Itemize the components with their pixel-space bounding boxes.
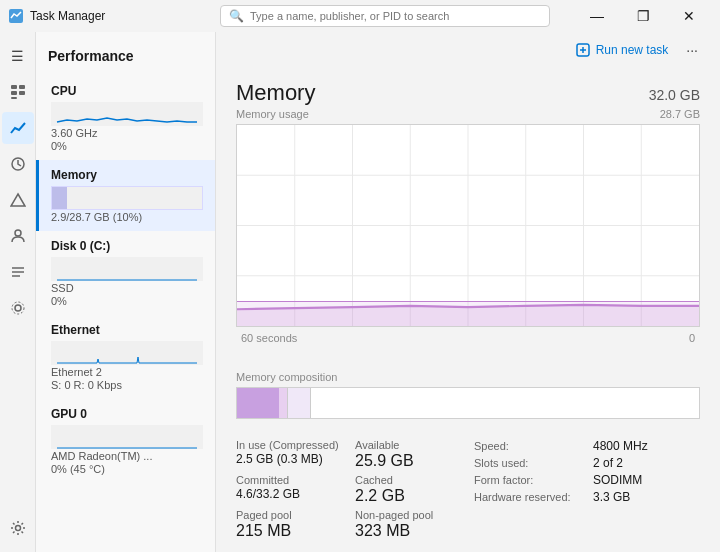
gpu-graph (51, 425, 203, 449)
run-task-icon (576, 43, 590, 57)
svg-rect-3 (11, 91, 17, 95)
ethernet-sub1: Ethernet 2 (51, 366, 203, 378)
stat-committed: Committed 4.6/33.2 GB (236, 474, 343, 505)
cached-value: 2.2 GB (355, 487, 462, 505)
svg-point-12 (15, 305, 21, 311)
sidebar-item-memory[interactable]: Memory 2.9/28.7 GB (10%) (36, 160, 215, 231)
svg-rect-29 (237, 301, 699, 326)
slots-label: Slots used: (474, 457, 528, 469)
nav-history[interactable] (2, 148, 34, 180)
more-options-button[interactable]: ··· (680, 40, 704, 60)
close-button[interactable]: ✕ (666, 0, 712, 32)
sidebar-item-cpu[interactable]: CPU 3.60 GHz 0% (36, 76, 215, 160)
svg-point-13 (12, 302, 24, 314)
main-layout: ☰ Performance CPU (0, 32, 720, 552)
run-new-task-button[interactable]: Run new task (576, 43, 669, 57)
search-icon: 🔍 (229, 9, 244, 23)
cpu-usage: 0% (51, 140, 203, 152)
comp-free (311, 388, 699, 418)
svg-rect-5 (11, 97, 17, 99)
nav-startup[interactable] (2, 184, 34, 216)
svg-rect-1 (11, 85, 17, 89)
memory-chart: 60 seconds 0 (236, 124, 700, 327)
memory-chart-svg (237, 125, 699, 326)
cached-label: Cached (355, 474, 462, 486)
stat-available: Available 25.9 GB (355, 439, 462, 470)
nav-processes[interactable] (2, 76, 34, 108)
committed-label: Committed (236, 474, 343, 486)
chart-time-right: 0 (689, 332, 695, 344)
comp-standby (288, 388, 311, 418)
form-label: Form factor: (474, 474, 533, 486)
minimize-button[interactable]: — (574, 0, 620, 32)
memory-panel: Memory 32.0 GB Memory usage 28.7 GB (216, 68, 720, 552)
in-use-value: 2.5 GB (0.3 MB) (236, 452, 343, 466)
svg-rect-4 (19, 91, 25, 95)
stats-grid: In use (Compressed) 2.5 GB (0.3 MB) Avai… (236, 431, 700, 540)
memory-sub: 2.9/28.7 GB (10%) (51, 211, 203, 223)
stat-speed-group: Speed: Slots used: Form factor: Hardware… (474, 439, 581, 540)
available-value: 25.9 GB (355, 452, 462, 470)
chart-time-left: 60 seconds (241, 332, 297, 344)
disk-sub1: SSD (51, 282, 203, 294)
nav-services[interactable] (2, 292, 34, 324)
window-controls: — ❐ ✕ (574, 0, 712, 32)
speed-label: Speed: (474, 440, 509, 452)
maximize-button[interactable]: ❐ (620, 0, 666, 32)
slots-value: 2 of 2 (593, 456, 623, 470)
memory-graph-small (51, 186, 203, 210)
icon-nav: ☰ (0, 32, 36, 552)
run-task-label: Run new task (596, 43, 669, 57)
sidebar-item-gpu[interactable]: GPU 0 AMD Radeon(TM) ... 0% (45 °C) (36, 399, 215, 483)
committed-value: 4.6/33.2 GB (236, 487, 343, 501)
memory-panel-title: Memory (236, 80, 315, 106)
memory-title: Memory (51, 168, 203, 182)
composition-bar (236, 387, 700, 419)
svg-marker-7 (11, 194, 25, 206)
search-bar[interactable]: 🔍 (220, 5, 550, 27)
stat-non-paged-pool: Non-paged pool 323 MB (355, 509, 462, 540)
cpu-graph (51, 102, 203, 126)
disk-graph (51, 257, 203, 281)
toolbar: Run new task ··· (216, 32, 720, 68)
svg-point-8 (15, 230, 21, 236)
composition-label: Memory composition (236, 371, 700, 383)
cpu-sub: 3.60 GHz (51, 127, 203, 139)
nav-settings[interactable] (2, 512, 34, 544)
memory-usage-label: Memory usage (236, 108, 309, 120)
available-label: Available (355, 439, 462, 451)
comp-modified (279, 388, 288, 418)
stat-cached: Cached 2.2 GB (355, 474, 462, 505)
paged-pool-value: 215 MB (236, 522, 343, 540)
form-value: SODIMM (593, 473, 642, 487)
non-paged-pool-value: 323 MB (355, 522, 462, 540)
nav-performance[interactable] (2, 112, 34, 144)
sidebar-item-disk[interactable]: Disk 0 (C:) SSD 0% (36, 231, 215, 315)
cpu-title: CPU (51, 84, 203, 98)
hw-reserved-label: Hardware reserved: (474, 491, 571, 503)
search-input[interactable] (250, 10, 541, 22)
stat-paged-pool: Paged pool 215 MB (236, 509, 343, 540)
app-icon (8, 8, 24, 24)
nav-hamburger[interactable]: ☰ (2, 40, 34, 72)
sidebar: Performance CPU 3.60 GHz 0% Memory 2.9/2… (36, 32, 216, 552)
nav-users[interactable] (2, 220, 34, 252)
stat-speed-values: 4800 MHz 2 of 2 SODIMM 3.3 GB (593, 439, 700, 540)
stat-in-use: In use (Compressed) 2.5 GB (0.3 MB) (236, 439, 343, 470)
hw-reserved-value: 3.3 GB (593, 490, 630, 504)
gpu-sub2: 0% (45 °C) (51, 463, 203, 475)
titlebar: Task Manager 🔍 — ❐ ✕ (0, 0, 720, 32)
non-paged-pool-label: Non-paged pool (355, 509, 462, 521)
disk-sub2: 0% (51, 295, 203, 307)
disk-title: Disk 0 (C:) (51, 239, 203, 253)
sidebar-header: Performance (36, 40, 215, 76)
svg-point-14 (15, 526, 20, 531)
svg-rect-2 (19, 85, 25, 89)
ethernet-graph (51, 341, 203, 365)
gpu-sub1: AMD Radeon(TM) ... (51, 450, 203, 462)
nav-details[interactable] (2, 256, 34, 288)
main-content: Run new task ··· Memory 32.0 GB Memory u… (216, 32, 720, 552)
sidebar-item-ethernet[interactable]: Ethernet Ethernet 2 S: 0 R: 0 Kbps (36, 315, 215, 399)
memory-header: Memory 32.0 GB (236, 80, 700, 106)
comp-in-use (237, 388, 279, 418)
